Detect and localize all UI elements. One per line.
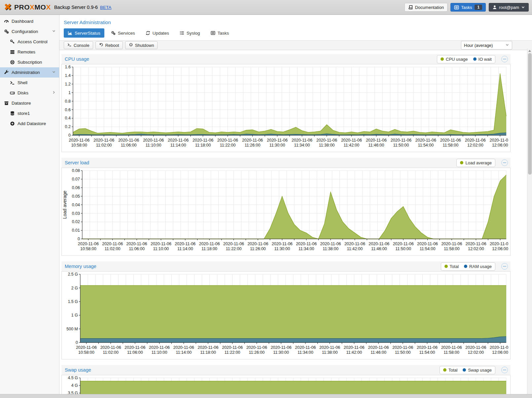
panel-title: Swap usage	[65, 367, 91, 373]
svg-text:1.4: 1.4	[65, 73, 71, 78]
sidebar-item-administration[interactable]: Administration	[0, 67, 59, 78]
timeframe-select[interactable]: Hour (average)	[461, 41, 512, 50]
svg-text:0.01: 0.01	[72, 228, 80, 233]
scroll-up-arrow-icon[interactable]	[528, 50, 531, 52]
legend-item[interactable]: Load average	[460, 160, 492, 165]
svg-text:11:58:00: 11:58:00	[443, 350, 459, 355]
sidebar-item-store1[interactable]: store1	[0, 108, 59, 118]
sidebar-item-label: Datastore	[12, 101, 31, 106]
sidebar-item-access-control[interactable]: Access Control	[0, 37, 59, 47]
legend-item[interactable]: Swap usage	[463, 368, 492, 373]
chevron-down-icon	[52, 29, 56, 34]
svg-text:2020-11-06: 2020-11-06	[102, 242, 123, 246]
sidebar-item-subscription[interactable]: Subscription	[0, 57, 59, 67]
svg-text:11:46:00: 11:46:00	[369, 143, 384, 148]
svg-text:2020-11-06: 2020-11-06	[143, 138, 164, 143]
console-button[interactable]: Console	[64, 41, 93, 49]
legend-item[interactable]: CPU usage	[441, 57, 468, 62]
panel-header: Server load Load average	[61, 158, 511, 168]
terminal-icon	[67, 43, 72, 48]
tasks-button[interactable]: Tasks 1	[450, 3, 486, 12]
book-icon	[408, 5, 413, 10]
svg-text:2020-11-06: 2020-11-06	[149, 345, 170, 350]
svg-text:0: 0	[76, 340, 78, 345]
task-list-icon	[454, 5, 459, 10]
svg-text:2020-11-06: 2020-11-06	[344, 345, 365, 350]
tab-serverstatus[interactable]: ServerStatus	[64, 28, 104, 38]
reboot-button[interactable]: Reboot	[95, 41, 123, 49]
tab-updates[interactable]: Updates	[142, 28, 173, 38]
chevron-down-icon	[505, 43, 509, 48]
sidebar-nav: Dashboard Configuration Access Control R…	[0, 15, 59, 394]
series-color-dot	[464, 265, 467, 268]
chart-legend[interactable]: Total Swap usage	[440, 366, 495, 374]
sidebar-item-configuration[interactable]: Configuration	[0, 26, 59, 37]
proxmox-logo: PROXMOX	[3, 2, 51, 13]
svg-text:2020-11-06: 2020-11-06	[466, 242, 486, 246]
svg-text:11:58:00: 11:58:00	[444, 247, 460, 251]
svg-text:1.5 G: 1.5 G	[68, 299, 78, 304]
scrollbar-thumb[interactable]	[528, 53, 532, 175]
swap-usage-chart: 4.5 G 4 G 3.5 G 3 G 2.5 G 2 G 1.5 G 1 G …	[61, 375, 511, 394]
svg-text:2020-11-06: 2020-11-06	[368, 345, 389, 350]
chart-legend[interactable]: CPU usage IO wait	[437, 55, 495, 63]
beta-link[interactable]: BETA	[100, 5, 111, 10]
vertical-scrollbar[interactable]	[527, 49, 532, 394]
collapse-panel-button[interactable]	[501, 56, 508, 62]
svg-text:2020-11-06: 2020-11-06	[490, 345, 508, 350]
panel-header: Swap usage Total Swap usage	[61, 365, 511, 375]
user-menu-button[interactable]: root@pam	[489, 3, 529, 12]
refresh-icon	[146, 31, 150, 35]
legend-item[interactable]: IO wait	[473, 57, 492, 62]
svg-text:2020-11-06: 2020-11-06	[199, 242, 220, 246]
svg-text:2020-11-06: 2020-11-06	[272, 242, 293, 246]
svg-text:2020-11-06: 2020-11-06	[247, 242, 268, 246]
tab-syslog[interactable]: Syslog	[176, 28, 204, 38]
cpu-usage-chart: 1.6 1.4 1.2 1 0.8 0.6 0.4 0.2 02020-11-0…	[61, 64, 511, 152]
top-bar: PROXMOX Backup Server 0.9-6 BETA Documen…	[0, 0, 532, 15]
svg-text:4.5 G: 4.5 G	[68, 376, 78, 380]
tab-bar: ServerStatus Services Updates Syslog Tas…	[59, 28, 532, 40]
chart-legend[interactable]: Total RAM usage	[441, 262, 495, 271]
svg-text:0.06: 0.06	[72, 185, 80, 190]
sidebar-item-remotes[interactable]: Remotes	[0, 47, 59, 57]
svg-text:2020-11-06: 2020-11-06	[490, 138, 508, 143]
tab-tasks[interactable]: Tasks	[207, 28, 233, 38]
shutdown-button[interactable]: Shutdown	[125, 41, 158, 49]
chart-legend[interactable]: Load average	[456, 159, 495, 167]
svg-text:11:54:00: 11:54:00	[419, 350, 435, 355]
svg-text:2020-11-06: 2020-11-06	[441, 345, 462, 350]
collapse-panel-button[interactable]	[501, 159, 508, 166]
svg-text:Load average: Load average	[62, 190, 67, 219]
svg-text:1.2: 1.2	[65, 82, 71, 86]
svg-text:2020-11-06: 2020-11-06	[76, 345, 97, 350]
svg-text:11:14:00: 11:14:00	[176, 350, 192, 355]
wrench-icon	[4, 70, 9, 75]
tab-services[interactable]: Services	[107, 28, 139, 38]
sidebar-item-dashboard[interactable]: Dashboard	[0, 16, 59, 26]
svg-text:11:30:00: 11:30:00	[269, 143, 285, 148]
collapse-panel-button[interactable]	[501, 263, 508, 270]
proxmox-wordmark: PROXMOX	[14, 3, 51, 11]
legend-item[interactable]: Total	[444, 264, 459, 269]
svg-text:2020-11-06: 2020-11-06	[296, 242, 317, 246]
svg-text:2020-11-06: 2020-11-06	[126, 242, 147, 246]
list-ul-icon	[180, 31, 184, 35]
svg-text:2020-11-06: 2020-11-06	[441, 242, 462, 246]
legend-item[interactable]: RAM usage	[464, 264, 492, 269]
panel-swap-usage: Swap usage Total Swap usage 4.5 G 4 G 3.…	[61, 365, 511, 394]
svg-text:11:02:00: 11:02:00	[103, 350, 119, 355]
panel-memory-usage: Memory usage Total RAM usage 2.5 G 2 G 1…	[61, 261, 511, 359]
sidebar-item-add-datastore[interactable]: Add Datastore	[0, 118, 59, 129]
svg-text:0.02: 0.02	[72, 219, 80, 224]
documentation-button[interactable]: Documentation	[405, 3, 447, 12]
legend-item[interactable]: Total	[443, 368, 457, 373]
sidebar-item-shell[interactable]: Shell	[0, 78, 59, 88]
sidebar-item-disks[interactable]: Disks	[0, 88, 59, 98]
svg-text:2020-11-06: 2020-11-06	[242, 138, 263, 143]
svg-text:11:30:00: 11:30:00	[273, 350, 289, 355]
svg-text:12:02:00: 12:02:00	[468, 350, 484, 355]
collapse-panel-button[interactable]	[501, 367, 508, 373]
svg-text:0.8: 0.8	[65, 99, 71, 104]
sidebar-item-datastore[interactable]: Datastore	[0, 98, 59, 108]
